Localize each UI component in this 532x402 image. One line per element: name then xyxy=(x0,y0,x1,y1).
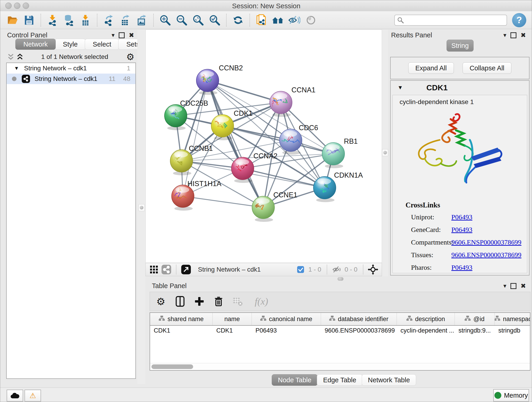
export-table-icon[interactable] xyxy=(119,13,132,27)
crosslink-link[interactable]: 9606.ENSP00000378699 xyxy=(451,251,521,259)
node-label-cdk1[interactable]: CDK1 xyxy=(234,109,253,117)
crosslink-link[interactable]: 9606.ENSP00000378699 xyxy=(451,238,521,246)
cell[interactable]: stringdb:9... xyxy=(455,327,495,334)
network-canvas[interactable]: CCNB2CCNA1CDC25BCDK1CDC6RB1CCNB1CCNA2CDK… xyxy=(146,30,382,263)
tab-style[interactable]: Style xyxy=(55,39,85,50)
refresh-icon[interactable] xyxy=(231,13,245,27)
crosslink-link[interactable]: P06493 xyxy=(451,213,472,221)
close-panel-icon[interactable]: ✖ xyxy=(520,32,526,39)
tab-edge-table[interactable]: Edge Table xyxy=(317,374,362,386)
network-options-gear-icon[interactable]: ⚙ xyxy=(125,51,136,63)
collapse-all-button[interactable]: Collapse All xyxy=(462,62,512,74)
node-label-ccna1[interactable]: CCNA1 xyxy=(291,86,316,94)
cell[interactable]: 9606.ENSP00000378699 xyxy=(321,327,397,334)
float-panel-icon[interactable] xyxy=(510,32,516,38)
crosslink-link[interactable]: P06493 xyxy=(451,226,472,234)
home-networks-icon[interactable] xyxy=(271,13,285,27)
fit-selected-crosshair-icon[interactable] xyxy=(367,263,379,276)
birds-eye-grid-icon[interactable] xyxy=(148,263,160,276)
cell[interactable]: cyclin-dependent ... xyxy=(397,327,455,334)
open-in-window-icon[interactable] xyxy=(180,263,192,276)
tree-expand-caret-icon[interactable]: ▼ xyxy=(7,65,19,71)
table-row[interactable]: CDK1CDK1P064939606.ENSP00000378699cyclin… xyxy=(150,326,530,335)
open-session-icon[interactable] xyxy=(6,13,19,27)
zoom-selected-icon[interactable] xyxy=(208,13,221,27)
close-panel-icon[interactable]: ✖ xyxy=(520,282,526,290)
splitter-collapse-handle[interactable] xyxy=(139,204,145,211)
column-header-canonical-name[interactable]: canonical name xyxy=(252,313,321,325)
node-label-ccnb2[interactable]: CCNB2 xyxy=(219,64,243,72)
help-icon[interactable]: ? xyxy=(512,13,526,27)
node-label-cdkn1a[interactable]: CDKN1A xyxy=(334,171,363,179)
search-input[interactable] xyxy=(404,16,504,24)
show-graphics-details-icon[interactable] xyxy=(304,13,317,27)
expand-all-networks-icon[interactable] xyxy=(15,51,25,63)
node-label-ccne1[interactable]: CCNE1 xyxy=(273,191,298,199)
tab-network[interactable]: Network xyxy=(15,39,56,50)
network-row-selected[interactable]: String Network – cdk1 11 48 xyxy=(7,74,135,84)
network-graph[interactable]: CCNB2CCNA1CDC25BCDK1CDC6RB1CCNB1CCNA2CDK… xyxy=(146,30,382,263)
hide-annotations-eye-icon[interactable] xyxy=(288,13,301,27)
cell[interactable]: stringdb xyxy=(495,327,530,334)
column-header-shared-name[interactable]: shared name xyxy=(150,313,213,325)
close-panel-icon[interactable]: ✖ xyxy=(129,32,134,39)
panel-menu-caret-icon[interactable]: ▾ xyxy=(503,282,506,289)
delete-column-trash-icon[interactable] xyxy=(213,295,225,308)
warning-status-button[interactable]: ⚠ xyxy=(25,390,41,402)
float-panel-icon[interactable] xyxy=(510,283,516,289)
control-panel-window-buttons: ▾ ✖ xyxy=(112,32,134,39)
collapse-all-networks-icon[interactable] xyxy=(6,51,15,63)
export-network-icon[interactable] xyxy=(102,13,115,27)
tab-network-table[interactable]: Network Table xyxy=(362,374,416,386)
panel-menu-caret-icon[interactable]: ▾ xyxy=(112,32,114,39)
splitter-collapse-handle[interactable] xyxy=(382,149,388,156)
node-label-ccnb1[interactable]: CCNB1 xyxy=(189,144,213,153)
export-image-icon[interactable] xyxy=(135,13,148,27)
tab-select[interactable]: Select xyxy=(85,39,119,50)
column-header-description[interactable]: description xyxy=(397,313,455,325)
column-header-name[interactable]: name xyxy=(213,313,252,325)
selected-checkbox-icon[interactable] xyxy=(295,263,307,276)
results-tab-string[interactable]: String xyxy=(447,40,474,51)
gene-section-header[interactable]: ▼ CDK1 xyxy=(391,81,529,95)
import-table-icon[interactable] xyxy=(79,13,92,27)
float-panel-icon[interactable] xyxy=(119,32,125,38)
save-session-icon[interactable] xyxy=(22,13,36,27)
zoom-in-icon[interactable] xyxy=(158,13,172,27)
column-header-namespac[interactable]: namespac xyxy=(495,313,530,325)
cell[interactable]: CDK1 xyxy=(150,327,213,334)
column-header-database-identifier[interactable]: database identifier xyxy=(321,313,397,325)
panel-menu-caret-icon[interactable]: ▾ xyxy=(503,32,506,39)
node-label-rb1[interactable]: RB1 xyxy=(344,137,358,145)
table-options-gear-icon[interactable]: ⚙ xyxy=(155,295,167,308)
import-network-icon[interactable] xyxy=(46,13,59,27)
zoom-out-icon[interactable] xyxy=(175,13,188,27)
section-collapse-caret-icon[interactable]: ▼ xyxy=(391,84,410,91)
zoom-fit-icon[interactable] xyxy=(191,13,205,27)
table-horizontal-scrollbar[interactable] xyxy=(150,363,530,370)
node-label-cdc6[interactable]: CDC6 xyxy=(299,124,318,132)
scrollbar-thumb[interactable] xyxy=(152,364,193,369)
crosslink-link[interactable]: P06493 xyxy=(451,264,472,271)
create-column-plus-icon[interactable] xyxy=(193,295,205,308)
table-splitter-handle[interactable] xyxy=(337,277,343,281)
copy-style-document-icon[interactable] xyxy=(255,13,268,27)
node-label-hist1h1a[interactable]: HIST1H1A xyxy=(187,180,221,188)
cell[interactable]: P06493 xyxy=(252,327,321,334)
column-header--id[interactable]: @id xyxy=(455,313,495,325)
import-network-from-database-icon[interactable] xyxy=(62,13,76,27)
table-panel-title: Table Panel xyxy=(152,282,187,290)
protein-structure-image xyxy=(406,108,514,197)
node-table[interactable]: shared namenamecanonical namedatabase id… xyxy=(150,313,530,370)
node-label-ccna2[interactable]: CCNA2 xyxy=(253,152,278,160)
hidden-eye-icon[interactable] xyxy=(331,263,343,276)
cloud-status-button[interactable] xyxy=(7,390,23,402)
node-label-cdc25b[interactable]: CDC25B xyxy=(180,99,208,107)
network-collection-row[interactable]: ▼ String Network – cdk1 1 xyxy=(7,63,135,74)
crosslinks-list: Uniprot:P06493GeneCard:P06493Compartment… xyxy=(393,211,527,274)
expand-all-button[interactable]: Expand All xyxy=(408,62,454,74)
memory-button[interactable]: Memory xyxy=(493,389,529,402)
cell[interactable]: CDK1 xyxy=(213,327,252,334)
tab-node-table[interactable]: Node Table xyxy=(272,374,317,386)
show-columns-icon[interactable] xyxy=(174,295,186,308)
